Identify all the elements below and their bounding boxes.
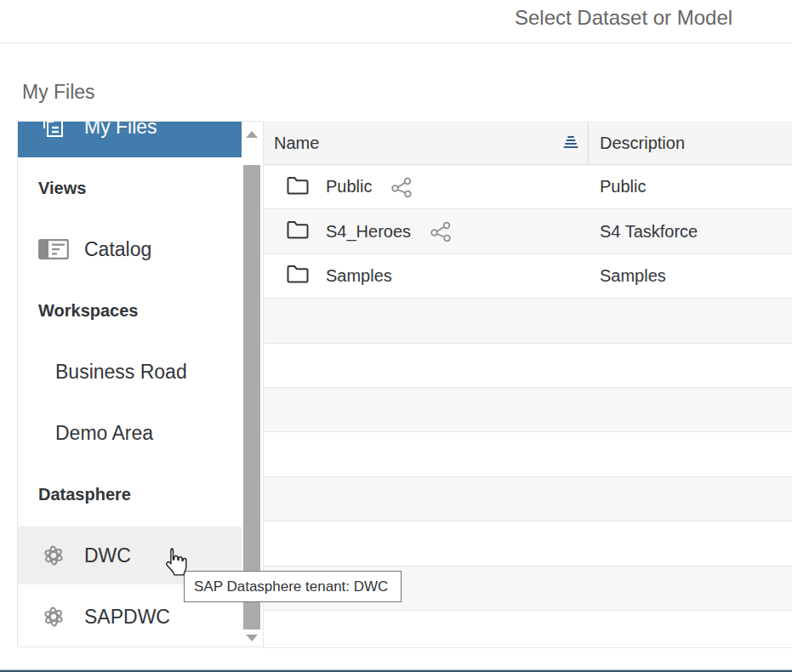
table-row-empty (264, 521, 792, 566)
table-row-empty (264, 299, 792, 343)
dialog-header-divider (0, 43, 792, 43)
select-dataset-dialog: Select Dataset or Model My Files (0, 0, 792, 672)
folder-icon (287, 220, 309, 242)
sidebar-group-datasphere: Datasphere (18, 464, 242, 525)
sidebar-item-catalog[interactable]: Catalog (18, 219, 242, 280)
file-name: Samples (326, 266, 392, 286)
column-header-name[interactable]: Name (264, 122, 588, 164)
datasphere-icon (38, 525, 69, 586)
folder-icon (287, 176, 309, 198)
table-row[interactable]: S4_Heroes S4 Taskforce (264, 209, 792, 253)
my-files-icon (38, 122, 69, 157)
folder-icon (287, 265, 309, 287)
sidebar-item-label: My Files (84, 122, 157, 157)
sidebar-item-my-files[interactable]: My Files (18, 122, 242, 157)
scroll-down-icon[interactable] (246, 635, 258, 641)
sidebar: My Files Views Cata (17, 121, 262, 647)
sidebar-item-label: Catalog (84, 219, 151, 280)
sidebar-group-views: Views (18, 157, 242, 219)
sidebar-item-demo-area[interactable]: Demo Area (18, 402, 242, 464)
sidebar-item-label: Business Road (55, 341, 187, 402)
file-name: S4_Heroes (326, 222, 411, 242)
page-title: My Files (22, 79, 95, 105)
table-row-empty (264, 611, 792, 648)
sort-ascending-icon (563, 136, 578, 151)
table-row-empty (264, 344, 792, 388)
sidebar-item-label: DWC (84, 525, 131, 586)
catalog-icon (38, 219, 69, 280)
sidebar-group-label: Views (38, 157, 86, 219)
table-row-empty (264, 432, 792, 476)
hand-cursor-icon (163, 547, 187, 581)
datasphere-icon (38, 586, 69, 646)
file-description: S4 Taskforce (589, 222, 698, 242)
table-row[interactable]: Public Public (264, 165, 792, 209)
table-row-empty (264, 477, 792, 521)
sidebar-group-label: Workspaces (38, 280, 138, 341)
table-row[interactable]: Samples Samples (264, 254, 792, 299)
sidebar-list: My Files Views Cata (18, 122, 242, 646)
file-description: Samples (589, 266, 666, 286)
sidebar-item-label: Demo Area (55, 402, 153, 464)
sidebar-item-business-road[interactable]: Business Road (18, 341, 242, 402)
dialog-title: Select Dataset or Model (515, 5, 732, 31)
sidebar-group-label: Datasphere (38, 464, 131, 525)
files-table: Name Description Public (263, 122, 792, 648)
scroll-up-icon[interactable] (246, 131, 258, 138)
file-name: Public (326, 177, 372, 196)
tooltip: SAP Datasphere tenant: DWC (184, 571, 402, 602)
sidebar-item-label: SAPDWC (84, 586, 170, 646)
sidebar-scrollbar[interactable] (242, 122, 262, 646)
column-header-description[interactable]: Description (589, 122, 792, 164)
shared-icon (390, 175, 413, 199)
sidebar-group-workspaces: Workspaces (18, 280, 242, 341)
scrollbar-thumb[interactable] (243, 165, 260, 629)
table-row-empty (264, 388, 792, 432)
shared-icon (429, 219, 453, 243)
table-header-row: Name Description (264, 122, 792, 165)
file-description: Public (589, 177, 646, 196)
